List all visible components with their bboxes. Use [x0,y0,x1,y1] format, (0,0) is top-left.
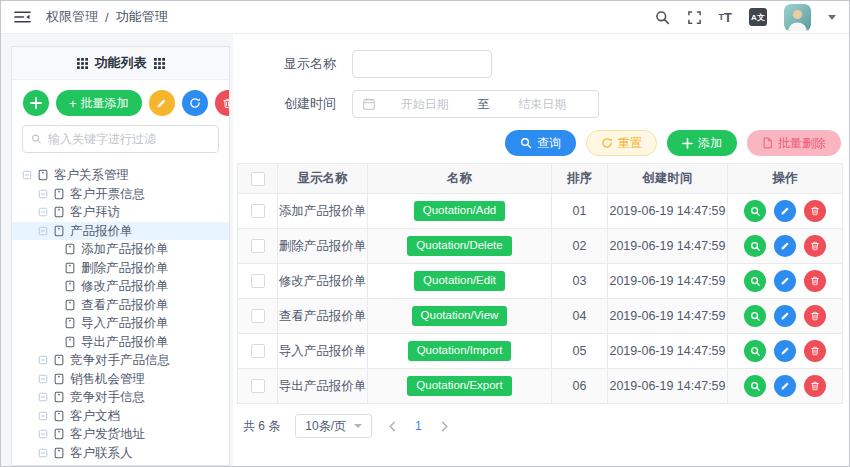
tree-expand-toggle[interactable] [22,170,32,180]
edit-button[interactable] [774,200,796,222]
avatar[interactable] [784,4,811,31]
delete-button[interactable] [804,375,826,397]
tree-item[interactable]: 竞争对手信息 [12,388,229,407]
tree-item[interactable]: 客户关系管理 [12,166,229,185]
tree-node-icon [53,447,65,459]
edit-button[interactable] [774,340,796,362]
display-name-input[interactable] [352,50,492,78]
tree-node-icon [64,336,76,348]
tree-item[interactable]: 客户文档 [12,407,229,426]
tree-expand-toggle[interactable] [38,448,48,458]
tree-item[interactable]: 竞争对手产品信息 [12,351,229,370]
tree-item[interactable]: 查看产品报价单 [12,296,229,315]
page-size-select[interactable]: 10条/页 [295,414,372,438]
edit-button[interactable] [774,305,796,327]
row-checkbox[interactable] [251,204,265,218]
view-button[interactable] [744,340,766,362]
search-icon[interactable] [655,10,670,25]
tree-expand-toggle[interactable] [38,374,48,384]
edit-button[interactable] [774,235,796,257]
tree-edit-button[interactable] [149,90,175,116]
delete-button[interactable] [804,340,826,362]
view-button[interactable] [744,235,766,257]
edit-button[interactable] [774,270,796,292]
trash-icon [810,311,820,321]
tree-expand-toggle[interactable] [38,355,48,365]
cell-sort: 06 [552,369,608,404]
edit-button[interactable] [774,375,796,397]
row-checkbox[interactable] [251,379,265,393]
tree-expand-toggle[interactable] [38,411,48,421]
row-checkbox[interactable] [251,309,265,323]
tree-batch-add-button[interactable]: + 批量添加 [56,90,142,116]
tree-expand-icon [22,170,32,180]
tree-item[interactable]: 产品报价单 [12,222,229,241]
delete-button[interactable] [804,200,826,222]
tree-item[interactable]: 销售机会管理 [12,370,229,389]
date-range-picker[interactable]: 开始日期 至 结束日期 [352,90,599,118]
tree-delete-button[interactable] [215,90,230,116]
tree-filter-input[interactable] [48,132,210,146]
breadcrumb-section[interactable]: 权限管理 [46,8,98,26]
tree-item[interactable]: 修改产品报价单 [12,277,229,296]
delete-button[interactable] [804,235,826,257]
grid-icon [77,58,88,69]
hamburger-icon [14,10,31,24]
tree-item[interactable]: 添加产品报价单 [12,240,229,259]
delete-button[interactable] [804,270,826,292]
tree-expand-toggle[interactable] [38,429,48,439]
query-button[interactable]: 查询 [505,130,576,156]
trash-icon [810,381,820,391]
caret-down-icon[interactable] [828,15,836,20]
page-number[interactable]: 1 [413,419,424,433]
tree-item[interactable]: 客户开票信息 [12,185,229,204]
tree-node-icon [53,225,65,237]
chevron-left-icon [387,421,398,432]
next-page-button[interactable] [439,421,450,432]
tree-item[interactable]: 导出产品报价单 [12,333,229,352]
tree-expand-toggle[interactable] [38,226,48,236]
tree-item-label: 导入产品报价单 [81,317,169,330]
row-checkbox-cell [238,229,278,264]
view-button[interactable] [744,200,766,222]
tree-item[interactable]: 客户拜访 [12,203,229,222]
tree-expand-toggle[interactable] [38,392,48,402]
font-size-icon[interactable]: TT [719,11,732,24]
trash-icon [810,276,820,286]
cell-display-name: 删除产品报价单 [278,229,368,264]
tree-item[interactable]: 导入产品报价单 [12,314,229,333]
tree-item[interactable]: 客户联系人 [12,444,229,463]
tree-add-button[interactable] [23,90,49,116]
view-button[interactable] [744,305,766,327]
cell-sort: 04 [552,299,608,334]
prev-page-button[interactable] [387,421,398,432]
row-checkbox[interactable] [251,344,265,358]
tree-expand-icon [38,448,48,458]
function-table: 显示名称 名称 排序 创建时间 操作 添加产品报价单Quotation/Add0… [237,163,843,404]
tree-refresh-button[interactable] [182,90,208,116]
page-size-value: 10条/页 [305,418,346,435]
row-checkbox[interactable] [251,274,265,288]
delete-button[interactable] [804,305,826,327]
tree-item-label: 销售机会管理 [70,373,145,386]
tree-expand-toggle[interactable] [38,189,48,199]
tree-expand-toggle[interactable] [38,207,48,217]
sidebar-collapse-icon[interactable] [14,10,31,24]
reset-button[interactable]: 重置 [586,130,657,156]
fullscreen-icon[interactable] [687,10,702,25]
view-button[interactable] [744,375,766,397]
tree-item-label: 查看产品报价单 [81,299,169,312]
translate-icon[interactable]: A文 [749,8,767,26]
add-button[interactable]: 添加 [667,130,737,156]
tree-item-label: 客户关系管理 [54,169,129,182]
batch-delete-button[interactable]: 批量删除 [747,130,841,156]
tree-item[interactable]: 客户发货地址 [12,425,229,444]
row-checkbox[interactable] [251,239,265,253]
app-window: 权限管理 / 功能管理 TT A文 [0,0,850,467]
view-button[interactable] [744,270,766,292]
tree-item[interactable]: 删除产品报价单 [12,259,229,278]
tree-item-label: 竞争对手信息 [70,391,145,404]
batch-add-label: 批量添加 [81,95,129,112]
tree-item-label: 客户开票信息 [70,188,145,201]
select-all-checkbox[interactable] [251,172,265,186]
